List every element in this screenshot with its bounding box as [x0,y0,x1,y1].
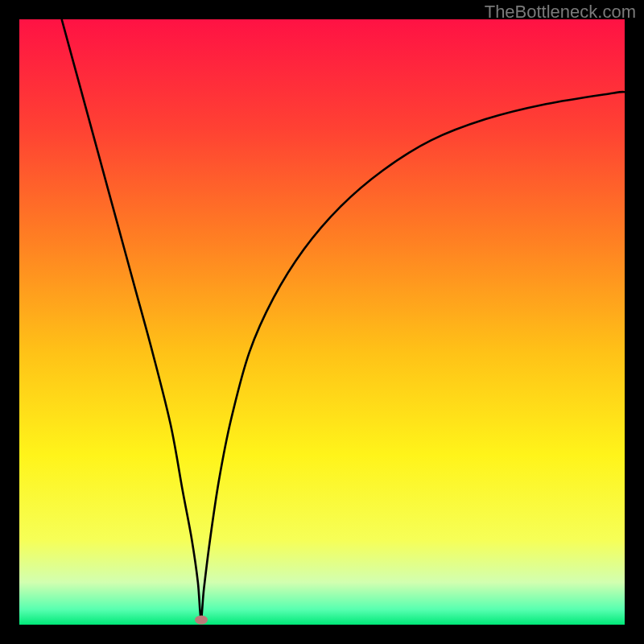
plot-area [19,19,625,625]
watermark-text: TheBottleneck.com [485,2,636,23]
bottleneck-curve [62,19,625,619]
chart-frame: TheBottleneck.com [0,0,644,644]
curve-layer [19,19,625,625]
optimum-marker [195,615,208,624]
